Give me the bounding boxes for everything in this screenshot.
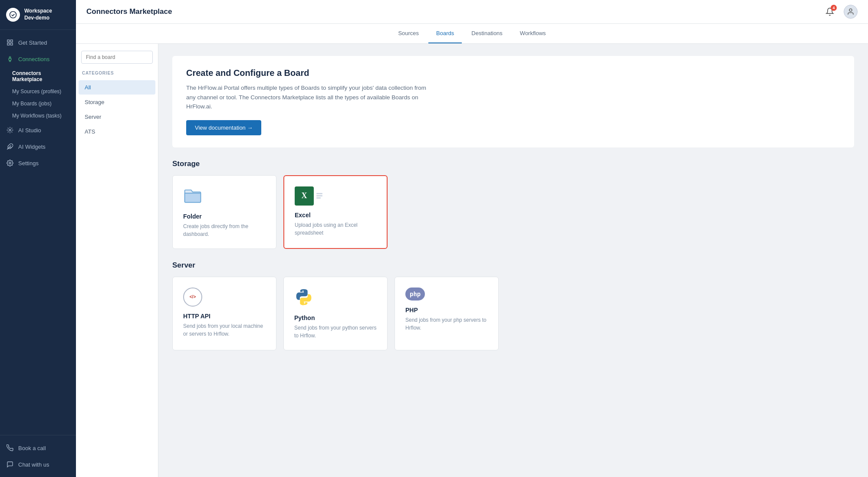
sidebar-label-settings: Settings	[18, 160, 39, 167]
notification-badge: 4	[831, 5, 837, 11]
excel-card-title: Excel	[295, 212, 376, 219]
sidebar-subitem-my-workflows[interactable]: My Workflows (tasks)	[0, 110, 76, 122]
intro-title: Create and Configure a Board	[186, 68, 840, 78]
left-panel: CATEGORIES All Storage Server ATS	[76, 44, 158, 477]
server-section: Server </> HTTP API Send jobs from your …	[172, 261, 854, 350]
categories-label: CATEGORIES	[76, 71, 158, 80]
sidebar-label-ai-widgets: AI Widgets	[18, 144, 46, 150]
sidebar: Workspace Dev-demo Get Started Connectio…	[0, 0, 76, 477]
card-excel[interactable]: X Excel Upload jobs using an Excel sprea	[283, 175, 388, 249]
excel-icon: X	[295, 186, 376, 206]
gear-icon	[6, 159, 14, 167]
header-actions: 4	[823, 5, 858, 19]
svg-point-5	[9, 129, 11, 131]
folder-icon	[183, 186, 266, 207]
intro-section: Create and Configure a Board The HrFlow.…	[172, 56, 854, 147]
plug-icon	[6, 55, 14, 63]
logo-icon	[6, 8, 20, 22]
svg-rect-4	[10, 43, 13, 45]
sidebar-item-ai-studio[interactable]: AI Studio	[0, 122, 76, 138]
sidebar-label-connections: Connections	[18, 56, 49, 62]
sidebar-subitem-my-boards[interactable]: My Boards (jobs)	[0, 98, 76, 110]
sidebar-item-settings[interactable]: Settings	[0, 155, 76, 171]
main-scroll: Create and Configure a Board The HrFlow.…	[158, 44, 868, 477]
category-all[interactable]: All	[79, 80, 155, 95]
php-text: php	[410, 291, 421, 297]
tabs-bar: Sources Boards Destinations Workflows	[76, 24, 868, 44]
tab-workflows[interactable]: Workflows	[512, 24, 554, 43]
python-card-title: Python	[294, 314, 377, 321]
avatar-button[interactable]	[844, 5, 858, 19]
tab-destinations[interactable]: Destinations	[464, 24, 510, 43]
sidebar-nav: Get Started Connections Connectors Marke…	[0, 30, 76, 435]
svg-rect-1	[7, 40, 10, 42]
category-storage[interactable]: Storage	[79, 95, 155, 109]
sidebar-item-connections[interactable]: Connections	[0, 51, 76, 67]
content-area: CATEGORIES All Storage Server ATS Create…	[76, 44, 868, 477]
notification-button[interactable]: 4	[823, 5, 837, 19]
svg-point-0	[10, 12, 16, 18]
http-api-card-title: HTTP API	[183, 313, 266, 320]
sidebar-footer: Book a call Chat with us	[0, 435, 76, 477]
excel-card-desc: Upload jobs using an Excel spreadsheet	[295, 221, 376, 237]
sidebar-label-get-started: Get Started	[18, 39, 47, 46]
card-php[interactable]: php PHP Send jobs from your php servers …	[395, 277, 499, 350]
python-card-desc: Send jobs from your python servers to Hr…	[294, 324, 377, 340]
workspace-name-line2: Dev-demo	[24, 15, 52, 22]
page-title: Connectors Marketplace	[86, 7, 172, 16]
puzzle-icon	[6, 143, 14, 150]
sidebar-item-ai-widgets[interactable]: AI Widgets	[0, 138, 76, 155]
excel-x-letter: X	[302, 191, 307, 200]
server-section-title: Server	[172, 261, 854, 270]
tab-sources[interactable]: Sources	[390, 24, 427, 43]
workspace-name-line1: Workspace	[24, 8, 52, 15]
tab-boards[interactable]: Boards	[428, 24, 462, 43]
brain-icon	[6, 126, 14, 134]
main-content: Connectors Marketplace 4 Sources Boards …	[76, 0, 868, 477]
user-icon	[847, 8, 855, 16]
svg-point-8	[9, 162, 11, 164]
php-card-desc: Send jobs from your php servers to Hrflo…	[405, 316, 488, 332]
sidebar-item-chat[interactable]: Chat with us	[0, 456, 76, 473]
svg-rect-2	[10, 40, 13, 42]
header: Connectors Marketplace 4	[76, 0, 868, 24]
python-icon	[294, 288, 377, 308]
php-icon: php	[405, 288, 488, 301]
sidebar-label-ai-studio: AI Studio	[18, 127, 41, 134]
search-input[interactable]	[81, 51, 153, 64]
sidebar-label-book-call: Book a call	[18, 445, 46, 451]
workspace-logo[interactable]: Workspace Dev-demo	[0, 0, 76, 30]
card-python[interactable]: Python Send jobs from your python server…	[283, 277, 388, 350]
sidebar-subitem-connectors-marketplace[interactable]: Connectors Marketplace	[0, 67, 76, 85]
svg-rect-3	[7, 43, 10, 45]
category-server[interactable]: Server	[79, 110, 155, 124]
sidebar-item-get-started[interactable]: Get Started	[0, 34, 76, 51]
storage-section-title: Storage	[172, 160, 854, 168]
card-http-api[interactable]: </> HTTP API Send jobs from your local m…	[172, 277, 276, 350]
card-folder[interactable]: Folder Create jobs directly from the das…	[172, 175, 276, 249]
phone-icon	[6, 444, 14, 452]
view-documentation-button[interactable]: View documentation →	[186, 120, 261, 135]
chat-icon	[6, 461, 14, 468]
php-card-title: PHP	[405, 307, 488, 314]
folder-card-desc: Create jobs directly from the dashboard.	[183, 222, 266, 238]
category-ats[interactable]: ATS	[79, 124, 155, 139]
http-api-icon: </>	[183, 288, 266, 307]
storage-cards-grid: Folder Create jobs directly from the das…	[172, 175, 854, 249]
sidebar-label-chat: Chat with us	[18, 461, 49, 468]
svg-point-9	[849, 9, 852, 11]
sidebar-item-book-call[interactable]: Book a call	[0, 440, 76, 456]
folder-card-title: Folder	[183, 213, 266, 220]
sidebar-subnav: Connectors Marketplace My Sources (profi…	[0, 67, 76, 122]
storage-section: Storage Folder Create jobs directly from…	[172, 160, 854, 249]
list-icon	[6, 39, 14, 46]
sidebar-subitem-my-sources[interactable]: My Sources (profiles)	[0, 85, 76, 98]
http-api-card-desc: Send jobs from your local machine or ser…	[183, 322, 266, 338]
intro-description: The HrFlow.ai Portal offers multiple typ…	[186, 83, 429, 111]
search-wrap	[76, 51, 158, 71]
server-cards-grid: </> HTTP API Send jobs from your local m…	[172, 277, 854, 350]
